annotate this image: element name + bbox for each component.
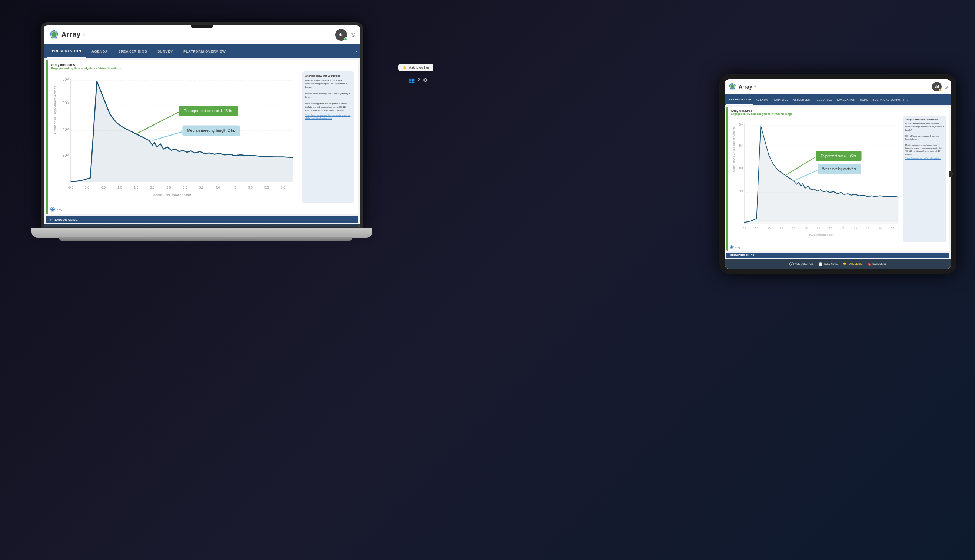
laptop-tab-presentation[interactable]: PRESENTATION: [47, 45, 86, 58]
svg-text:Engagement drop at 1:45 hr.: Engagement drop at 1:45 hr.: [821, 154, 857, 158]
laptop-annotation-box: Analysis show that 90 minutes is about t…: [302, 72, 354, 203]
tablet-star-icon: ★: [843, 262, 847, 266]
svg-text:20K: 20K: [63, 153, 70, 157]
laptop-screen-content: Array® dd ⎋ PRESENTATION AGENDA SPEAKER …: [44, 25, 360, 227]
tablet-tab-resources[interactable]: RESOURCES: [812, 94, 835, 105]
svg-text:40K: 40K: [739, 166, 743, 170]
laptop-logo: Array®: [49, 30, 85, 40]
svg-text:0.0: 0.0: [85, 185, 89, 189]
tablet-header-right: dd ⎋: [932, 82, 948, 92]
tablet-logout-icon[interactable]: ⎋: [945, 84, 948, 90]
laptop-hand-icon: ✋: [403, 65, 407, 69]
svg-marker-52: [744, 125, 898, 223]
tablet-take-note-btn[interactable]: 📋 TAKE NOTE: [818, 262, 838, 266]
svg-text:0.5: 0.5: [768, 227, 770, 230]
svg-text:Engagement drop at 1:45 hr.: Engagement drop at 1:45 hr.: [184, 108, 233, 113]
laptop-logout-icon[interactable]: ⎋: [351, 31, 355, 38]
tablet-chart-svg: 80K 60K 40K 20K Count of All Engagement …: [731, 116, 900, 242]
tablet-slide-sub-title: Engagement by time analysis for Virtual …: [731, 113, 947, 115]
array-logo-icon: [49, 30, 59, 40]
svg-text:60K: 60K: [739, 144, 743, 147]
svg-text:-0.5: -0.5: [68, 185, 73, 189]
laptop-tab-platform-overview[interactable]: PLATFORM OVERVIEW: [178, 45, 231, 58]
laptop-device: Array® dd ⎋ PRESENTATION AGENDA SPEAKER …: [41, 22, 382, 274]
tablet-annotation-box: Analysis show that 90 minutes is about t…: [903, 116, 947, 242]
svg-text:0.0: 0.0: [755, 227, 758, 230]
tablet-tab-technical-support[interactable]: TECHNICAL SUPPORT: [870, 94, 907, 105]
svg-marker-14: [71, 82, 293, 182]
laptop-toolbar: ? ASK QUESTION 📋 TAKE NOTE ☆ RATE SLIDE: [44, 224, 360, 227]
laptop-screen-bezel: Array® dd ⎋ PRESENTATION AGENDA SPEAKER …: [41, 22, 363, 230]
svg-text:0.5: 0.5: [101, 185, 105, 189]
svg-text:4.5: 4.5: [866, 227, 869, 230]
svg-marker-74: [730, 246, 733, 248]
tablet-nav-more[interactable]: ›: [907, 97, 909, 102]
tablet-watermark-text: Array: [735, 246, 740, 248]
laptop-annotation-link: *https://comparisons.com/virtual-meeting…: [305, 114, 351, 120]
tablet-tab-game[interactable]: GAME: [858, 94, 870, 105]
tablet-tab-attendees[interactable]: ATTENDEES: [791, 94, 812, 105]
laptop-logo-text: Array: [62, 31, 81, 38]
tablet-slide-title-area: Array measures Engagement by time analys…: [727, 107, 950, 116]
svg-text:1.0: 1.0: [780, 227, 783, 230]
laptop-annotation-text: is about the maximum amount of time some…: [305, 79, 351, 112]
svg-text:20K: 20K: [739, 190, 743, 193]
laptop-settings-icon[interactable]: ⚙: [423, 77, 428, 83]
tablet-chart-area: 80K 60K 40K 20K Count of All Engagement …: [731, 116, 900, 242]
tablet-save-slide-btn[interactable]: 🔖 SAVE SLIDE: [867, 262, 887, 266]
svg-text:5.0: 5.0: [879, 227, 882, 230]
svg-text:Hours Since Meeting Start: Hours Since Meeting Start: [809, 233, 833, 236]
laptop-people-icon: 👥: [408, 77, 415, 83]
tablet-avatar[interactable]: dd: [932, 82, 942, 92]
tablet-annotation-link: *https://comparisons.com/virtual-meeting…: [905, 157, 944, 160]
tablet-logo: Array®: [728, 83, 757, 91]
svg-text:Median meeting length 2 hr.: Median meeting length 2 hr.: [187, 128, 235, 133]
svg-text:5.0: 5.0: [248, 185, 253, 189]
svg-line-67: [785, 157, 816, 175]
laptop-base: [32, 228, 372, 238]
tablet-ask-question-btn[interactable]: ? ASK QUESTION: [789, 262, 813, 266]
svg-text:4.0: 4.0: [215, 185, 220, 189]
laptop-tab-survey[interactable]: SURVEY: [152, 45, 178, 58]
svg-text:5.5: 5.5: [265, 185, 269, 189]
tablet-toolbar: ? ASK QUESTION 📋 TAKE NOTE ★ RATE SLIDE: [725, 259, 951, 269]
tablet-chart-row: 80K 60K 40K 20K Count of All Engagement …: [727, 116, 950, 244]
laptop-prev-slide-bar[interactable]: PREVIOUS SLIDE: [46, 216, 358, 223]
laptop-slide-watermark: Array: [46, 205, 358, 214]
svg-text:2.0: 2.0: [805, 227, 808, 230]
svg-text:2.5: 2.5: [166, 185, 171, 189]
svg-text:5.5: 5.5: [891, 227, 894, 230]
svg-line-68: [793, 170, 817, 181]
svg-text:3.0: 3.0: [829, 227, 832, 230]
laptop-nav-more[interactable]: ›: [355, 48, 357, 54]
svg-text:Median meeting length 2 hr.: Median meeting length 2 hr.: [822, 167, 857, 171]
svg-text:60K: 60K: [63, 101, 70, 105]
svg-text:Count of All Engagement Action: Count of All Engagement Actions: [53, 86, 57, 134]
svg-text:2.0: 2.0: [150, 185, 155, 189]
tablet-tab-team-bios[interactable]: TEAM BIOS: [770, 94, 790, 105]
tablet-note-icon: 📋: [818, 262, 823, 266]
laptop-ask-live-btn[interactable]: ✋ Ask to go live: [398, 64, 433, 71]
laptop-slide-sub-title: Engagement by time analysis for Virtual …: [51, 67, 354, 70]
laptop-attendees-count: 2: [417, 77, 420, 83]
laptop-slide-title-area: Array measures Engagement by time analys…: [46, 60, 358, 72]
tablet-annotation-title: Analysis show that 90 minutes: [905, 118, 944, 122]
tablet-slide-main-title: Array measures: [731, 109, 947, 113]
laptop-tab-speaker-bios[interactable]: SPEAKER BIOS: [113, 45, 152, 58]
tablet-rate-slide-btn[interactable]: ★ RATE SLIDE: [843, 262, 862, 266]
svg-text:4.5: 4.5: [232, 185, 236, 189]
laptop-tab-agenda[interactable]: AGENDA: [86, 45, 113, 58]
tablet-watermark: Array: [727, 244, 950, 251]
tablet-bezel: Array® dd ⎋ PRESENTATION AGENDA TEAM BIO…: [719, 74, 957, 274]
svg-line-31: [152, 132, 182, 140]
tablet-tab-evaluation[interactable]: EVALUATION: [835, 94, 858, 105]
tablet-prev-slide-bar[interactable]: PREVIOUS SLIDE: [727, 253, 950, 258]
svg-text:-0.5: -0.5: [742, 227, 746, 230]
tablet-app-header: Array® dd ⎋: [725, 79, 951, 94]
laptop-avatar[interactable]: dd: [335, 29, 347, 41]
tablet-tab-agenda[interactable]: AGENDA: [753, 94, 770, 105]
tablet-tab-presentation[interactable]: PRESENTATION: [726, 94, 753, 105]
laptop-notch: [191, 25, 213, 28]
svg-marker-37: [51, 208, 54, 211]
tablet-nav-tabs: PRESENTATION AGENDA TEAM BIOS ATTENDEES …: [725, 94, 951, 105]
